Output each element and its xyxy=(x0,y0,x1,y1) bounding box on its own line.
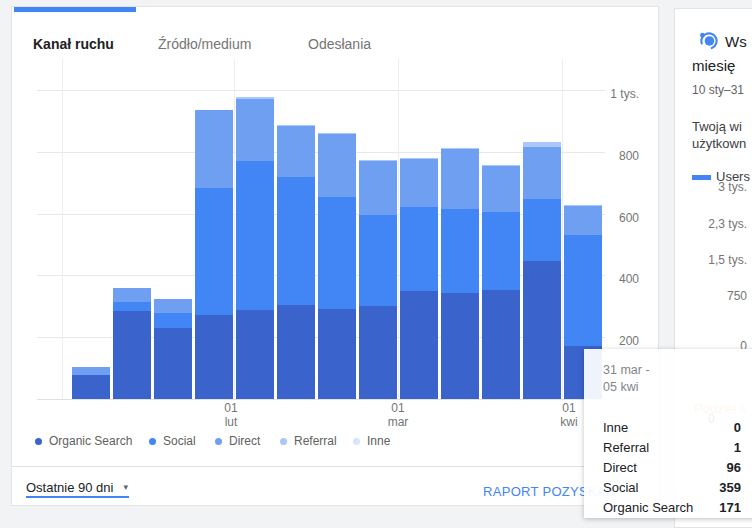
tooltip-row-label: Referral xyxy=(603,440,649,455)
stacked-bar-week-8[interactable] xyxy=(359,160,397,399)
date-range-dropdown[interactable]: Ostatnie 90 dni▾ xyxy=(26,480,128,495)
tooltip-row-direct: Direct96 xyxy=(603,457,741,477)
legend-item-inne[interactable]: Inne xyxy=(353,434,390,448)
bar-segment-organic-search xyxy=(72,375,110,399)
bar-segment-direct xyxy=(441,149,479,209)
analytics-intelligence-icon xyxy=(699,31,718,50)
bar-segment-social xyxy=(400,207,438,291)
legend-label: Direct xyxy=(229,434,260,448)
bar-segment-direct xyxy=(523,147,561,199)
gridline xyxy=(37,90,605,91)
bar-segment-organic-search xyxy=(318,309,356,399)
bar-segment-social xyxy=(564,235,602,346)
legend-label: Organic Search xyxy=(49,434,132,448)
bar-segment-social xyxy=(482,212,520,290)
bar-segment-organic-search xyxy=(359,306,397,399)
bar-segment-organic-search xyxy=(195,315,233,399)
month-gridline xyxy=(398,59,399,399)
bar-segment-social xyxy=(154,313,192,328)
stacked-bar-week-7[interactable] xyxy=(318,133,356,399)
bar-segment-organic-search xyxy=(113,311,151,399)
legend-item-social[interactable]: Social xyxy=(149,434,196,448)
stacked-bar-week-2[interactable] xyxy=(113,288,151,399)
insight-y-axis-label: 3 tys. xyxy=(718,180,747,194)
bar-segment-organic-search xyxy=(400,291,438,399)
insight-title-line1: Ws xyxy=(725,33,747,50)
stacked-bar-week-3[interactable] xyxy=(154,299,192,399)
legend-item-organic-search[interactable]: Organic Search xyxy=(35,434,132,448)
bar-segment-organic-search xyxy=(523,261,561,399)
bar-segment-organic-search xyxy=(482,290,520,399)
bar-segment-social xyxy=(113,302,151,311)
legend-dot-icon xyxy=(35,438,42,445)
legend-dot-icon xyxy=(353,438,360,445)
bar-segment-social xyxy=(318,197,356,309)
bar-segment-social xyxy=(523,199,561,261)
bar-segment-social xyxy=(236,161,274,310)
bar-segment-social xyxy=(441,209,479,293)
legend-label: Inne xyxy=(367,434,390,448)
bar-segment-social xyxy=(195,188,233,315)
insight-date-range: 10 sty–31 xyxy=(692,83,744,97)
legend-dot-icon xyxy=(280,438,287,445)
bar-segment-direct xyxy=(564,206,602,236)
traffic-channels-card: Kanał ruchu Źródło/medium Odesłania 1 ty… xyxy=(11,6,659,506)
month-gridline xyxy=(234,59,235,399)
bar-segment-direct xyxy=(359,161,397,215)
bar-segment-direct xyxy=(113,288,151,302)
stacked-bar-week-12[interactable] xyxy=(523,142,561,399)
dropdown-underline xyxy=(26,496,129,498)
stacked-bar-week-11[interactable] xyxy=(482,165,520,399)
tooltip-row-value: 171 xyxy=(719,500,741,515)
legend-label: Social xyxy=(163,434,196,448)
bar-segment-direct xyxy=(154,299,192,313)
stacked-bar-week-4[interactable] xyxy=(195,110,233,399)
tooltip-row-value: 0 xyxy=(734,420,741,435)
y-axis-label: 800 xyxy=(579,149,639,163)
x-axis-label: 01mar xyxy=(378,401,418,429)
bar-segment-direct xyxy=(482,166,520,212)
bar-segment-direct xyxy=(318,134,356,197)
bar-segment-social xyxy=(277,177,315,305)
tooltip-row-value: 359 xyxy=(719,480,741,495)
x-axis-line xyxy=(37,399,605,400)
bar-segment-social xyxy=(359,215,397,306)
bar-segment-organic-search xyxy=(154,328,192,399)
stacked-bar-week-9[interactable] xyxy=(400,158,438,399)
stacked-bar-chart: 1 tys.80060040020001lut01mar01kwi xyxy=(12,7,658,505)
bar-segment-direct xyxy=(236,99,274,161)
tooltip-row-value: 1 xyxy=(734,440,741,455)
bar-segment-direct xyxy=(72,367,110,375)
date-range-label: Ostatnie 90 dni xyxy=(26,480,113,495)
month-gridline xyxy=(562,59,563,399)
insight-y-axis-label: 1,5 tys. xyxy=(708,253,747,267)
month-gridline xyxy=(62,59,63,399)
tooltip-values: Inne0Referral1Direct96Social359Organic S… xyxy=(603,417,741,518)
stacked-bar-week-5[interactable] xyxy=(236,97,274,399)
stacked-bar-week-1[interactable] xyxy=(72,367,110,399)
insight-y-axis-label: 750 xyxy=(727,289,747,303)
bar-segment-direct xyxy=(195,110,233,188)
insight-y-axis-label: 2,3 tys. xyxy=(708,217,747,231)
footer-divider xyxy=(12,466,658,467)
legend-label: Referral xyxy=(294,434,337,448)
tooltip-row-label: Direct xyxy=(603,460,637,475)
chart-tooltip: 31 mar - 05 kwi Inne0Referral1Direct96So… xyxy=(584,349,752,518)
insight-body-line2: użytkown xyxy=(692,136,746,151)
stacked-bar-week-10[interactable] xyxy=(441,148,479,399)
tooltip-row-label: Social xyxy=(603,480,638,495)
insight-title-line2: miesię xyxy=(692,57,735,74)
tooltip-row-social: Social359 xyxy=(603,478,741,498)
legend-item-referral[interactable]: Referral xyxy=(280,434,337,448)
y-axis-label: 1 tys. xyxy=(579,87,639,101)
bar-segment-direct xyxy=(400,159,438,207)
analytics-dashboard: Kanał ruchu Źródło/medium Odesłania 1 ty… xyxy=(0,0,752,528)
insight-body-line1: Twoją wi xyxy=(692,119,742,134)
tooltip-row-organic-search: Organic Search171 xyxy=(603,498,741,518)
stacked-bar-week-6[interactable] xyxy=(277,125,315,399)
bar-segment-direct xyxy=(277,126,315,177)
tooltip-row-inne: Inne0 xyxy=(603,417,741,437)
legend-item-direct[interactable]: Direct xyxy=(215,434,260,448)
tooltip-row-label: Inne xyxy=(603,420,628,435)
x-axis-label: 01kwi xyxy=(549,401,589,429)
